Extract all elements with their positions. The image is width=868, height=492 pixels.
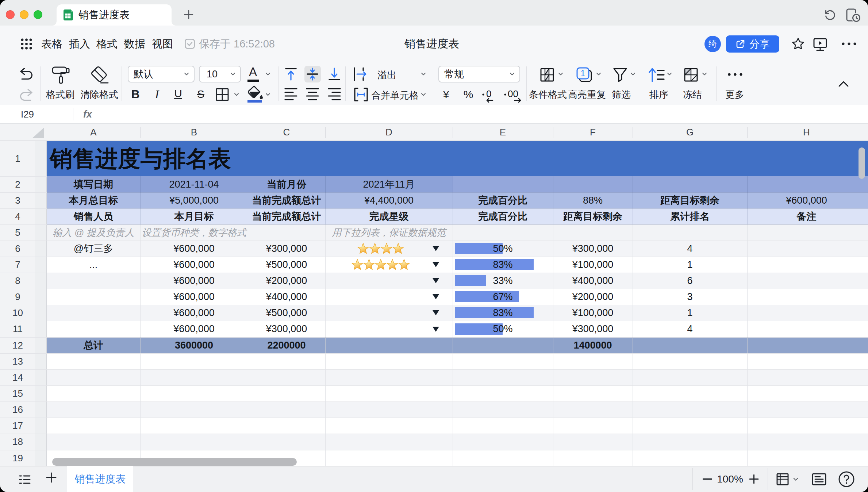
- svg-text:00: 00: [508, 88, 518, 99]
- svg-text:0: 0: [486, 88, 491, 99]
- svg-text:1: 1: [581, 69, 585, 78]
